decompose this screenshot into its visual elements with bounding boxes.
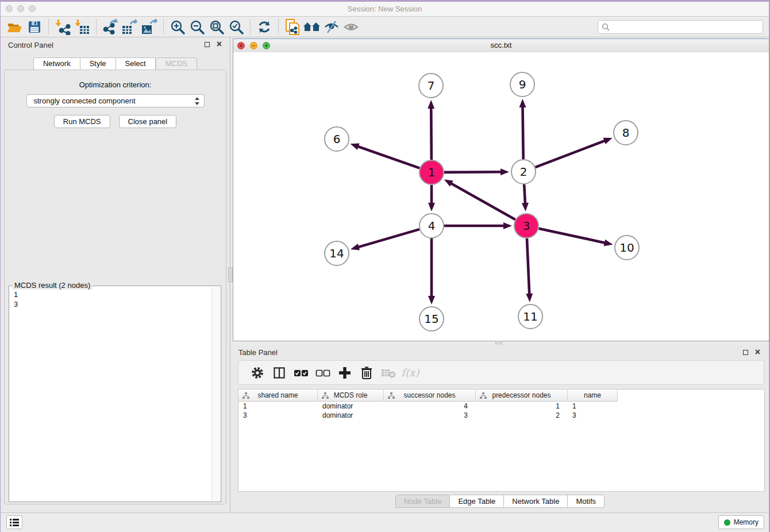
graph-node-label: 1 (428, 165, 436, 179)
table-panel: Table Panel × (231, 345, 769, 513)
column-header-shared-name[interactable]: shared name (238, 390, 318, 402)
table-cell[interactable]: 2 (476, 411, 568, 420)
table-cell[interactable]: 3 (238, 411, 318, 420)
refresh-layout-button[interactable] (255, 18, 274, 36)
table-cell[interactable]: 1 (568, 402, 618, 411)
graph-node-label: 15 (424, 312, 438, 326)
graph-node-label: 7 (428, 79, 435, 92)
application-window: Session: New Session (1, 2, 769, 532)
table-cell[interactable]: 1 (238, 402, 318, 411)
import-table-icon (74, 19, 90, 35)
control-tab-network[interactable]: Network (33, 57, 80, 70)
export-network-button[interactable] (101, 18, 120, 36)
control-tab-mcds[interactable]: MCDS (156, 57, 197, 70)
memory-button[interactable]: Memory (718, 515, 764, 529)
graph-edge-2-8[interactable] (536, 141, 606, 168)
zoom-in-icon (170, 20, 185, 34)
close-table-panel-icon[interactable]: × (755, 347, 760, 357)
zoom-fit-button[interactable] (207, 18, 226, 36)
export-table-button[interactable] (120, 18, 140, 36)
zoom-selected-button[interactable] (226, 18, 246, 36)
nested-network-button[interactable] (302, 18, 322, 36)
show-column-button[interactable] (268, 364, 290, 381)
network-canvas[interactable]: 7968124314101511 (233, 52, 769, 341)
result-scrollbar[interactable] (211, 287, 220, 501)
graph-edge-2-3[interactable] (524, 184, 525, 204)
table-row[interactable]: 1dominator411 (238, 402, 764, 411)
table-tab-motifs[interactable]: Motifs (568, 495, 605, 508)
graph-edge-arrowhead (603, 138, 612, 144)
column-header-successor-nodes[interactable]: successor nodes (384, 390, 476, 402)
float-panel-icon[interactable] (205, 42, 210, 47)
column-header-label: MCDS role (334, 391, 368, 399)
graph-edge-3-1[interactable] (451, 183, 515, 220)
graph-edge-2-9[interactable] (523, 106, 523, 159)
column-header-name[interactable]: name (568, 390, 618, 402)
float-table-panel-icon[interactable] (743, 350, 748, 355)
graph-edge-arrowhead (351, 244, 360, 250)
table-row[interactable]: 3dominator323 (238, 411, 764, 420)
criterion-select[interactable]: strongly connected component (26, 94, 205, 107)
table-tab-edge-table[interactable]: Edge Table (450, 495, 504, 508)
table-settings-button[interactable] (247, 364, 268, 381)
graph-edge-1-7[interactable] (431, 107, 432, 160)
control-tab-style[interactable]: Style (80, 57, 116, 70)
close-panel-button[interactable]: Close panel (119, 115, 177, 128)
open-session-button[interactable] (5, 18, 25, 36)
hierarchy-icon (242, 392, 249, 399)
table-cell[interactable]: 3 (568, 411, 618, 420)
zoom-in-button[interactable] (168, 18, 187, 36)
table-cell[interactable]: dominator (318, 411, 384, 420)
node-table: shared nameMCDS rolesuccessor nodesprede… (238, 389, 765, 492)
show-all-button[interactable] (341, 18, 361, 36)
table-cell[interactable]: 3 (384, 411, 476, 420)
delete-table-button[interactable] (378, 364, 399, 381)
run-mcds-button[interactable]: Run MCDS (54, 115, 110, 128)
graph-edge-3-10[interactable] (538, 229, 605, 243)
column-header-predecessor-nodes[interactable]: predecessor nodes (476, 390, 568, 402)
export-network-icon (102, 19, 118, 35)
table-tab-network-table[interactable]: Network Table (504, 495, 568, 508)
search-input[interactable] (612, 22, 759, 32)
mcds-buttons-row: Run MCDS Close panel (5, 115, 226, 128)
mcds-result-list[interactable]: 1 3 (9, 287, 211, 502)
graph-node-label: 8 (622, 126, 630, 140)
graph-edge-1-2[interactable] (444, 172, 502, 172)
table-cell[interactable]: 4 (384, 402, 476, 411)
graph-edge-4-14[interactable] (357, 229, 419, 247)
export-image-button[interactable] (140, 18, 159, 36)
select-all-button[interactable] (290, 364, 312, 381)
window-titlebar: Session: New Session (1, 2, 769, 17)
graph-edge-1-6[interactable] (357, 147, 419, 168)
toolbar-separator (250, 20, 251, 34)
table-cell[interactable]: 1 (476, 402, 568, 411)
hide-selected-button[interactable] (322, 18, 341, 36)
save-session-button[interactable] (25, 18, 44, 36)
graph-edge-arrowhead (526, 294, 533, 302)
column-header-MCDS-role[interactable]: MCDS role (318, 390, 384, 402)
apply-function-button[interactable]: f(x) (399, 364, 421, 381)
clone-network-button[interactable] (283, 18, 302, 36)
import-table-button[interactable] (72, 18, 92, 36)
select-chevrons-icon (194, 97, 201, 106)
zoom-out-icon (190, 20, 205, 34)
control-tab-select[interactable]: Select (116, 57, 156, 70)
zoom-out-button[interactable] (187, 18, 207, 36)
delete-column-button[interactable] (356, 364, 378, 381)
column-header-label: shared name (257, 391, 298, 399)
unselect-all-button[interactable] (312, 364, 334, 381)
graph-edge-arrowhead (604, 240, 613, 246)
import-network-button[interactable] (53, 18, 72, 36)
table-tab-node-table[interactable]: Node Table (395, 495, 451, 508)
table-body: 1dominator4113dominator323 (238, 402, 764, 420)
graph-edge-3-11[interactable] (527, 238, 529, 295)
add-column-button[interactable] (334, 364, 356, 381)
columns-icon (272, 366, 286, 380)
mcds-result-group: MCDS result (2 nodes) 1 3 (9, 286, 221, 502)
table-cell[interactable]: dominator (318, 402, 384, 411)
close-panel-icon[interactable]: × (217, 39, 222, 49)
toolbar-separator (278, 20, 279, 34)
mcds-tab-content: Optimization criterion: strongly connect… (4, 70, 226, 504)
task-history-button[interactable] (6, 515, 22, 529)
search-field[interactable] (598, 20, 763, 34)
